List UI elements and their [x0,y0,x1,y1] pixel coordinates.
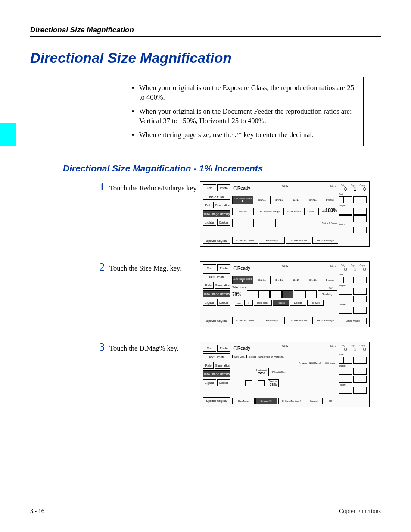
paper-tray-button[interactable]: 8½×11 [305,196,321,204]
size-mag-mode-button[interactable]: Size Mag. [232,398,255,404]
paper-tray-button[interactable]: 8½×11 [254,196,270,204]
staple-option[interactable] [353,368,367,375]
duplex-icon-button[interactable] [299,219,321,227]
ratio-preset-button[interactable] [294,290,305,298]
text-photo-button[interactable]: Text · Photo [203,273,230,280]
staple-option[interactable] [339,208,352,215]
auto-image-density-button[interactable]: Auto Image Density [203,210,230,217]
duplex-icon-button[interactable] [255,219,276,227]
auto-paper-select-button[interactable]: Auto Paper Select ▶ [232,276,253,284]
full-size-button[interactable]: Full Size [307,300,324,306]
ratio-preset-button[interactable] [258,290,270,298]
minus-button[interactable]: — [235,300,243,306]
staple-option[interactable] [339,215,352,222]
special-original-button[interactable]: Special Original [203,317,230,324]
auto-paper-select-button[interactable]: Auto Paper Select ▶ [232,196,253,204]
sort-option[interactable] [339,196,352,203]
generation-button[interactable]: Generation [215,202,230,208]
edit-stamp-button[interactable]: Edit/Stamp [259,317,285,324]
reduce-enlarge-button[interactable]: Reduce/Enlarge [312,317,338,324]
staple-option[interactable] [353,208,367,215]
special-original-button[interactable]: Special Original [203,237,230,244]
text-button[interactable]: Text [203,345,216,352]
check-modes-button[interactable]: Check Modes [339,318,367,324]
ratio-preset-button[interactable]: 11×15 8½×11 [285,208,303,215]
darker-button[interactable]: Darker [217,299,230,306]
staple-option[interactable] [353,288,367,295]
duplex-icon-button[interactable] [232,219,254,227]
cover-slip-sheet-button[interactable]: Cover/Slip Sheet [232,237,258,244]
staple-option[interactable] [353,376,367,383]
staple-option[interactable] [353,215,367,222]
cover-slip-sheet-button[interactable]: Cover/Slip Sheet [232,317,258,324]
punch-option[interactable] [353,307,367,314]
paper-tray-button[interactable]: 11×17 [288,276,304,284]
darker-button[interactable]: Darker [217,379,230,386]
ok-button[interactable]: OK [322,398,338,404]
keys-button[interactable]: ⊞⊟ Keys [323,361,337,365]
darker-button[interactable]: Darker [217,219,230,226]
lighter-button[interactable]: Lighter [203,299,216,306]
pale-button[interactable]: Pale [203,202,214,208]
duplex-icon-button[interactable] [277,219,298,227]
stack-option[interactable] [353,196,367,203]
input-ratio-button[interactable]: Input Ratio [254,300,272,306]
ratio-preset-button[interactable] [305,290,317,298]
paper-tray-button[interactable]: 8½×11 [271,276,287,284]
auto-image-density-button[interactable]: Auto Image Density [203,290,230,297]
cancel-button[interactable]: Cancel [306,398,322,404]
lighter-button[interactable]: Lighter [203,379,216,386]
plus-button[interactable]: + [244,300,253,306]
d-size-mag-inch-button[interactable]: D. SizeMag.(inch) [278,398,305,404]
sort-option[interactable] [339,277,352,283]
shrink-center-button[interactable]: Shrink & Center [321,219,338,227]
ok-button[interactable]: OK [324,286,337,290]
paper-tray-button[interactable]: 8½×11 [271,196,287,204]
staple-option[interactable] [339,376,352,383]
staple-option[interactable] [339,288,352,295]
generation-button[interactable]: Generation [215,362,230,369]
auto-reduce-enlarge-button[interactable]: Auto Reduce/Enlarge [253,208,284,215]
staple-option[interactable] [339,296,352,302]
reduce-enlarge-button[interactable]: Reduce/Enlarge [312,237,338,244]
photo-button[interactable]: Photo [217,264,230,271]
ratio-preset-button[interactable] [282,290,293,298]
auto-image-density-button[interactable]: Auto Image Density [203,370,230,377]
d-mag-percent-button[interactable]: D. Mag.(%) [255,398,278,404]
ratio-preset-button[interactable] [247,290,258,298]
vertical-button[interactable]: Vertical 78% [268,379,279,387]
punch-option[interactable] [339,227,352,233]
special-original-button[interactable]: Special Original [203,397,230,404]
pale-button[interactable]: Pale [203,362,214,369]
horizontal-button[interactable]: Horizontal 78% [255,368,269,376]
duplex-combine-button[interactable]: Duplex/Combine [286,317,311,324]
generation-button[interactable]: Generation [215,282,230,289]
duplex-combine-button[interactable]: Duplex/Combine [286,237,311,244]
staple-option[interactable] [353,296,367,302]
bypass-button[interactable]: Bypass [322,276,338,284]
paper-tray-button[interactable]: 8½×11 [305,276,321,284]
text-button[interactable]: Text [203,184,216,191]
punch-option[interactable] [353,387,367,394]
photo-button[interactable]: Photo [217,345,230,352]
punch-option[interactable] [339,387,352,394]
photo-button[interactable]: Photo [217,184,230,191]
paper-tray-button[interactable]: 8½×11 [254,276,270,284]
staple-option[interactable] [339,368,352,375]
paper-tray-button[interactable]: 11×17 [288,196,304,204]
size-mag-button[interactable]: Size Mag. [318,290,337,298]
full-size-button[interactable]: Full Size [232,208,252,215]
lighter-button[interactable]: Lighter [203,219,216,226]
text-photo-button[interactable]: Text · Photo [203,353,230,360]
pale-button[interactable]: Pale [203,282,214,289]
text-photo-button[interactable]: Text · Photo [203,193,230,200]
punch-option[interactable] [353,227,367,233]
punch-option[interactable] [339,307,352,314]
edit-stamp-button[interactable]: Edit/Stamp [259,237,285,244]
text-button[interactable]: Text [203,264,216,271]
bypass-button[interactable]: Bypass [322,196,338,204]
stack-option[interactable] [353,357,367,364]
enlarge-button[interactable]: Enlarge [290,300,306,306]
sort-option[interactable] [339,357,352,364]
stack-option[interactable] [353,277,367,283]
